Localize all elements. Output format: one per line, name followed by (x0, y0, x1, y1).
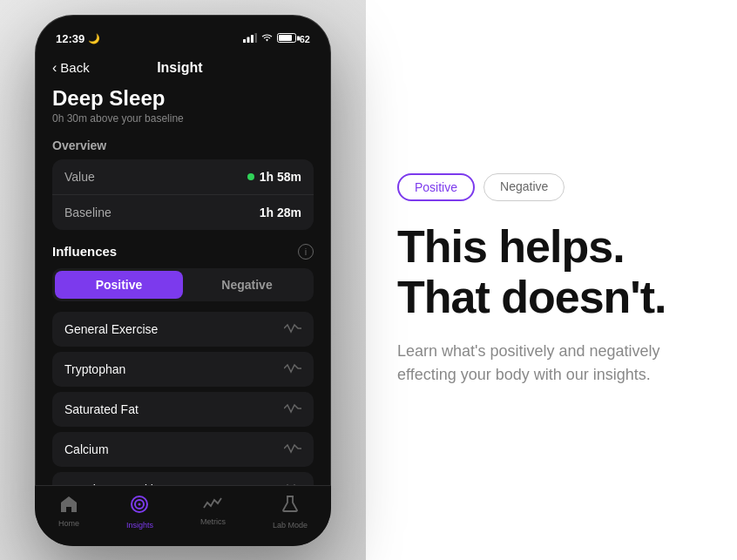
left-panel: 12:39 🌙 (0, 0, 366, 560)
positive-tag[interactable]: Positive (397, 173, 475, 201)
status-time: 12:39 🌙 (56, 32, 100, 45)
back-chevron-icon: ‹ (52, 60, 57, 76)
nav-item-metrics[interactable]: Metrics (200, 495, 226, 526)
battery-percent: 62 (300, 34, 310, 44)
overview-row-baseline: Baseline 1h 28m (52, 194, 314, 230)
svg-rect-1 (247, 37, 249, 44)
negative-tag[interactable]: Negative (483, 173, 565, 201)
wave-icon-saturated-fat (284, 401, 301, 417)
influence-name-tryptophan: Tryptophan (64, 362, 125, 376)
wave-icon-tryptophan (284, 361, 301, 377)
tags-row: Positive Negative (397, 173, 706, 201)
insights-label: Insights (126, 521, 153, 530)
back-button[interactable]: ‹ Back (52, 60, 90, 76)
influences-toggle: Positive Negative (52, 268, 314, 301)
marketing-subtext: Learn what's positively and negatively e… (397, 340, 693, 387)
influences-label: Influences (52, 244, 117, 259)
status-bar: 12:39 🌙 (35, 15, 331, 53)
baseline-display: 1h 28m (260, 206, 301, 219)
time-display: 12:39 (56, 32, 85, 45)
negative-toggle[interactable]: Negative (183, 271, 311, 299)
overview-row-value: Value 1h 58m (52, 159, 314, 194)
green-dot-icon (247, 173, 254, 180)
nav-item-home[interactable]: Home (58, 495, 79, 528)
right-panel: Positive Negative This helps. That doesn… (366, 0, 737, 560)
status-icons: 62 (243, 33, 310, 44)
baseline-label: Baseline (64, 206, 112, 219)
nav-item-lab-mode[interactable]: Lab Mode (273, 495, 308, 530)
metrics-icon (203, 495, 222, 515)
signal-icon (243, 33, 257, 44)
influence-item-general-exercise[interactable]: General Exercise (52, 312, 314, 347)
phone-screen: ‹ Back Insight Deep Sleep 0h 30m above y… (35, 53, 331, 546)
moon-icon: 🌙 (88, 33, 100, 44)
headline-line1: This helps. (397, 222, 706, 272)
svg-point-6 (139, 503, 141, 505)
overview-section-label: Overview (52, 138, 314, 152)
svg-rect-3 (254, 33, 257, 43)
influences-header: Influences i (52, 244, 314, 260)
home-label: Home (58, 519, 79, 528)
back-label: Back (60, 60, 89, 75)
metrics-label: Metrics (200, 517, 226, 526)
nav-row: ‹ Back Insight (52, 53, 314, 86)
influence-item-tryptophan[interactable]: Tryptophan (52, 352, 314, 387)
positive-toggle[interactable]: Positive (55, 271, 183, 299)
lab-mode-label: Lab Mode (273, 521, 308, 530)
value-label: Value (64, 170, 95, 184)
headline: This helps. That doesn't. (397, 222, 706, 321)
influence-item-calcium[interactable]: Calcium (52, 432, 314, 467)
value-display: 1h 58m (247, 170, 301, 184)
nav-title: Insight (157, 60, 202, 76)
info-icon[interactable]: i (298, 244, 314, 260)
nav-item-insights[interactable]: Insights (126, 495, 153, 530)
headline-line2: That doesn't. (397, 273, 706, 322)
wifi-icon (260, 33, 274, 44)
battery-container (277, 33, 296, 44)
bottom-nav: Home Insights Metrics (35, 485, 331, 546)
influence-name-saturated-fat: Saturated Fat (64, 402, 139, 416)
wave-icon-calcium (284, 442, 301, 457)
sleep-subtitle: 0h 30m above your baseline (52, 112, 314, 125)
wave-icon-general-exercise (284, 321, 301, 337)
home-icon (59, 495, 78, 516)
influence-item-saturated-fat[interactable]: Saturated Fat (52, 392, 314, 427)
phone-mockup: 12:39 🌙 (35, 15, 331, 546)
sleep-title: Deep Sleep (52, 86, 314, 111)
lab-mode-icon (282, 495, 298, 518)
insights-icon (130, 495, 149, 518)
influence-name-calcium: Calcium (64, 442, 109, 456)
influence-name-general-exercise: General Exercise (64, 322, 158, 336)
svg-rect-0 (243, 39, 246, 43)
overview-card: Value 1h 58m Baseline 1h 28m (52, 159, 314, 230)
svg-rect-2 (251, 35, 254, 43)
